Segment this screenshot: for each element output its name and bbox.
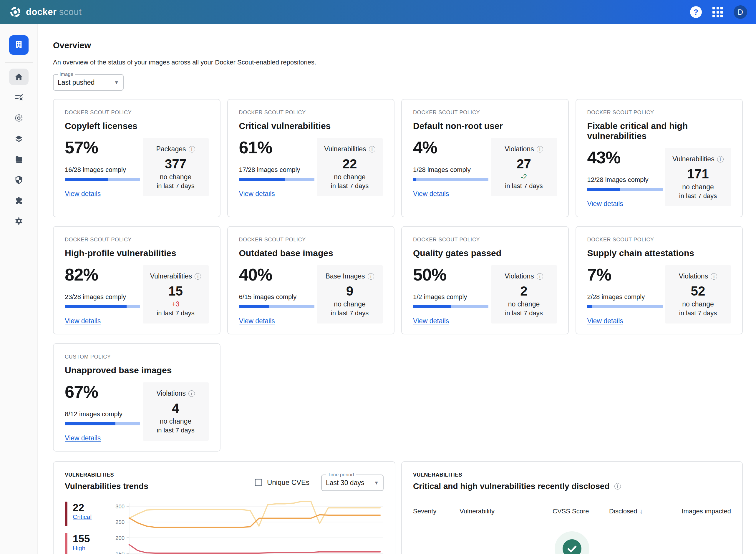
progress-bar xyxy=(65,422,140,425)
sidebar-item-layers[interactable] xyxy=(9,130,29,147)
svg-text:150: 150 xyxy=(115,550,124,554)
card-title: Outdated base images xyxy=(239,248,383,258)
stat-label: Packages xyxy=(156,145,186,153)
stat-value: 27 xyxy=(495,157,553,171)
gear-icon xyxy=(14,217,23,225)
info-icon[interactable]: i xyxy=(537,146,543,153)
progress-bar xyxy=(239,178,314,181)
policy-card-fixable-critical-high: DOCKER SCOUT POLICY Fixable critical and… xyxy=(576,99,743,217)
stat-delta: no change xyxy=(146,173,205,181)
stat-box: Packagesi 377 no change in last 7 days xyxy=(143,138,209,196)
view-details-link[interactable]: View details xyxy=(239,190,316,198)
docker-scout-logo[interactable]: dockerscout xyxy=(9,6,82,18)
trend-legend: 22 Critical 155 High 2 xyxy=(65,500,114,554)
comply-text: 23/28 images comply xyxy=(65,293,142,301)
sidebar-item-vulnerabilities[interactable] xyxy=(9,172,29,188)
card-eyebrow: DOCKER SCOUT POLICY xyxy=(65,110,209,116)
list-check-icon xyxy=(14,93,23,102)
info-icon[interactable]: i xyxy=(195,273,201,280)
avatar[interactable]: D xyxy=(734,5,747,19)
compliance-percent: 7% xyxy=(587,265,664,284)
progress-bar xyxy=(65,305,140,308)
compliance-percent: 40% xyxy=(239,265,316,284)
sidebar-item-repositories[interactable] xyxy=(9,151,29,167)
stat-delta: no change xyxy=(668,300,727,308)
info-icon[interactable]: i xyxy=(711,273,717,280)
stat-label: Violations xyxy=(504,145,534,153)
view-details-link[interactable]: View details xyxy=(65,317,142,325)
sidebar-item-integrations[interactable] xyxy=(9,192,29,209)
main-content: Overview An overview of the status of yo… xyxy=(38,24,756,554)
sidebar-item-settings[interactable] xyxy=(9,213,29,229)
image-select-value: Last pushed xyxy=(58,78,95,87)
stat-period: in last 7 days xyxy=(668,310,727,317)
card-eyebrow: DOCKER SCOUT POLICY xyxy=(65,237,209,243)
legend-item-critical: 22 Critical xyxy=(65,502,114,526)
progress-fill xyxy=(65,305,126,308)
view-details-link[interactable]: View details xyxy=(587,200,664,208)
time-period-select[interactable]: Time period Last 30 days ▼ xyxy=(321,472,384,491)
view-details-link[interactable]: View details xyxy=(413,190,490,198)
view-details-link[interactable]: View details xyxy=(587,317,664,325)
sidebar-item-images[interactable] xyxy=(9,110,29,126)
vulnerabilities-trends-panel: VULNERABILITIES Vulnerabilities trends U… xyxy=(53,461,395,554)
info-icon[interactable]: i xyxy=(189,146,195,153)
table-divider xyxy=(413,521,731,521)
policy-card-quality-gates-passed: DOCKER SCOUT POLICY Quality gates passed… xyxy=(401,226,569,334)
chevron-down-icon: ▼ xyxy=(374,480,379,486)
legend-link-critical[interactable]: Critical xyxy=(73,513,92,520)
column-images-impacted[interactable]: Images impacted xyxy=(682,507,731,515)
stat-delta: -2 xyxy=(495,173,553,181)
compliance-percent: 57% xyxy=(65,137,142,157)
stat-label: Violations xyxy=(679,272,708,280)
card-title: Critical vulnerabilities xyxy=(239,121,383,131)
info-icon[interactable]: i xyxy=(369,146,375,153)
legend-link-high[interactable]: High xyxy=(73,545,86,551)
column-cvss-score[interactable]: CVSS Score xyxy=(552,507,609,515)
help-icon[interactable]: ? xyxy=(690,6,702,18)
page-title: Overview xyxy=(53,41,743,50)
column-disclosed-label: Disclosed xyxy=(609,507,637,515)
column-vulnerability[interactable]: Vulnerability xyxy=(460,507,552,515)
stat-period: in last 7 days xyxy=(495,310,553,317)
column-disclosed[interactable]: Disclosed ↓ xyxy=(609,507,643,515)
unique-cves-label: Unique CVEs xyxy=(267,478,309,487)
stat-delta: no change xyxy=(320,173,379,181)
card-eyebrow: DOCKER SCOUT POLICY xyxy=(587,110,731,116)
check-halo xyxy=(555,531,589,554)
legend-item-high: 155 High xyxy=(65,533,114,554)
column-severity[interactable]: Severity xyxy=(413,507,460,515)
info-icon[interactable]: i xyxy=(368,273,374,280)
view-details-link[interactable]: View details xyxy=(65,434,142,442)
view-details-link[interactable]: View details xyxy=(65,190,142,198)
page-description: An overview of the status of your images… xyxy=(53,59,743,66)
sidebar-item-policies[interactable] xyxy=(9,89,29,106)
progress-fill xyxy=(239,178,285,181)
comply-text: 6/15 images comply xyxy=(239,293,316,301)
stat-box: Vulnerabilitiesi 171 no change in last 7… xyxy=(665,148,731,206)
stat-box: Vulnerabilitiesi 22 no change in last 7 … xyxy=(317,138,383,196)
org-switcher-button[interactable] xyxy=(9,35,29,55)
info-icon[interactable]: i xyxy=(614,483,621,490)
image-select[interactable]: Image Last pushed ▼ xyxy=(53,71,124,91)
policy-cards-grid: DOCKER SCOUT POLICY Copyleft licenses 57… xyxy=(53,99,743,452)
unique-cves-checkbox[interactable] xyxy=(255,479,262,486)
progress-bar xyxy=(587,188,663,191)
compliance-percent: 43% xyxy=(587,148,664,167)
info-icon[interactable]: i xyxy=(188,390,195,397)
view-details-link[interactable]: View details xyxy=(239,317,316,325)
sidebar-item-overview[interactable] xyxy=(9,69,29,85)
policy-card-unapproved-base-images: CUSTOM POLICY Unapproved base images 67%… xyxy=(53,343,220,452)
card-title: High-profile vulnerabilities xyxy=(65,248,209,258)
compliance-percent: 50% xyxy=(413,265,490,284)
progress-fill xyxy=(239,305,269,308)
unique-cves-checkbox-group[interactable]: Unique CVEs xyxy=(255,478,309,487)
view-details-link[interactable]: View details xyxy=(413,317,490,325)
time-period-label: Time period xyxy=(326,472,356,478)
info-icon[interactable]: i xyxy=(537,273,543,280)
app-grid-icon[interactable] xyxy=(712,7,723,17)
card-eyebrow: DOCKER SCOUT POLICY xyxy=(587,237,731,243)
policy-card-copyleft-licenses: DOCKER SCOUT POLICY Copyleft licenses 57… xyxy=(53,99,220,217)
card-title: Supply chain attestations xyxy=(587,248,731,258)
info-icon[interactable]: i xyxy=(717,156,723,163)
